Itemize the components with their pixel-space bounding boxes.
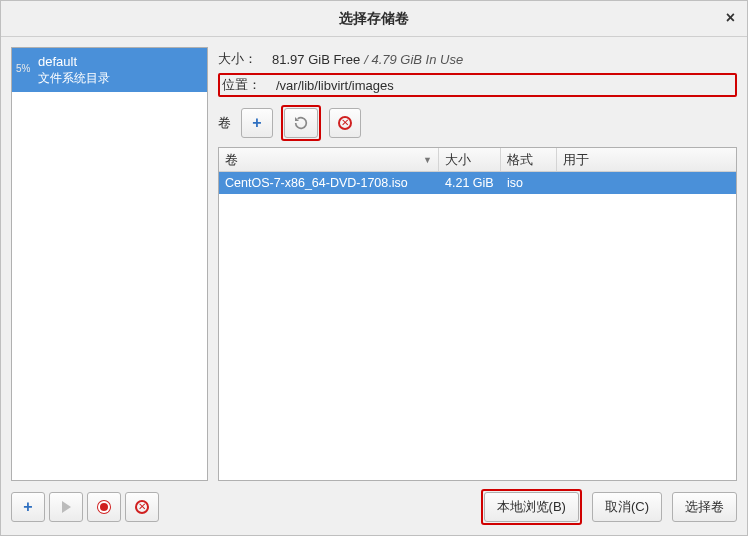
storage-volume-dialog: 选择存储卷 × 5% default 文件系统目录 大小： 81.97 GiB … [0,0,748,536]
volume-toolbar: 卷 + ✕ [218,105,737,141]
size-free: 81.97 GiB Free [272,52,360,67]
play-icon [62,501,71,513]
titlebar: 选择存储卷 × [1,1,747,37]
close-icon[interactable]: × [726,9,735,27]
delete-icon: ✕ [135,500,149,514]
col-used[interactable]: 用于 [557,148,736,171]
cell-format: iso [501,176,557,190]
volume-table: 卷 ▼ 大小 格式 用于 CentOS-7-x86_64-DVD-1708.is… [218,147,737,481]
stop-pool-button[interactable] [87,492,121,522]
delete-volume-button[interactable]: ✕ [329,108,361,138]
main-panel: 大小： 81.97 GiB Free / 4.79 GiB In Use 位置：… [218,47,737,481]
plus-icon: + [252,114,261,132]
pool-toolbar: + ✕ [11,492,159,522]
table-row[interactable]: CentOS-7-x86_64-DVD-1708.iso 4.21 GiB is… [219,172,736,194]
cancel-button[interactable]: 取消(C) [592,492,662,522]
refresh-highlight [281,105,321,141]
col-name[interactable]: 卷 ▼ [219,148,439,171]
pool-item-default[interactable]: 5% default 文件系统目录 [12,48,207,92]
footer: + ✕ 本地浏览(B) 取消(C) 选择卷 [1,483,747,535]
refresh-icon [293,115,309,131]
choose-volume-button[interactable]: 选择卷 [672,492,737,522]
browse-local-button[interactable]: 本地浏览(B) [484,492,579,522]
refresh-button[interactable] [284,108,318,138]
window-title: 选择存储卷 [339,10,409,28]
size-inuse: / 4.79 GiB In Use [364,52,463,67]
volume-label: 卷 [218,114,231,132]
size-label: 大小： [218,50,272,68]
cell-name: CentOS-7-x86_64-DVD-1708.iso [219,176,439,190]
content-area: 5% default 文件系统目录 大小： 81.97 GiB Free / 4… [1,37,747,483]
browse-highlight: 本地浏览(B) [481,489,582,525]
size-row: 大小： 81.97 GiB Free / 4.79 GiB In Use [218,47,737,71]
pool-type: 文件系统目录 [38,71,201,87]
location-value: /var/lib/libvirt/images [276,78,394,93]
dialog-buttons: 本地浏览(B) 取消(C) 选择卷 [481,489,737,525]
pool-usage-percent: 5% [16,62,30,75]
table-header: 卷 ▼ 大小 格式 用于 [219,148,736,172]
cell-size: 4.21 GiB [439,176,501,190]
start-pool-button[interactable] [49,492,83,522]
location-label: 位置： [222,76,276,94]
col-size[interactable]: 大小 [439,148,501,171]
pool-name: default [38,54,201,71]
sort-indicator-icon: ▼ [423,155,432,165]
add-volume-button[interactable]: + [241,108,273,138]
add-pool-button[interactable]: + [11,492,45,522]
plus-icon: + [23,498,32,516]
col-format[interactable]: 格式 [501,148,557,171]
record-icon [98,501,110,513]
delete-pool-button[interactable]: ✕ [125,492,159,522]
pool-list[interactable]: 5% default 文件系统目录 [11,47,208,481]
location-row: 位置： /var/lib/libvirt/images [218,73,737,97]
delete-icon: ✕ [338,116,352,130]
